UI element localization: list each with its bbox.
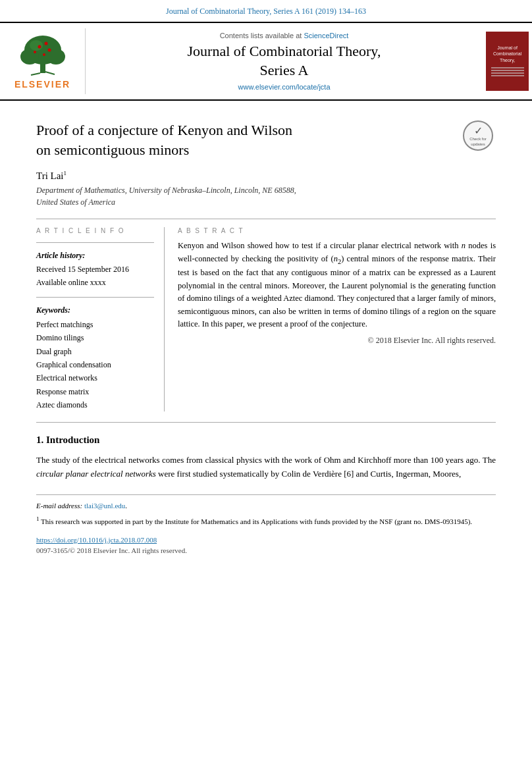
affiliation-line1: Department of Mathematics, University of… <box>36 184 496 196</box>
divider-before-intro <box>36 422 496 423</box>
svg-line-2 <box>31 73 40 75</box>
article-info-header: A R T I C L E I N F O <box>36 227 154 234</box>
keyword-perfect-matchings: Perfect matchings <box>36 318 154 331</box>
elsevier-name: ELSEVIER <box>14 79 70 90</box>
email-label: E-mail address: <box>36 502 82 510</box>
italic-term-circular: circular planar electrical networks <box>36 469 156 479</box>
footnote-area: E-mail address: tlai3@unl.edu. 1 This re… <box>36 494 496 556</box>
email-link[interactable]: tlai3@unl.edu <box>84 502 125 510</box>
cover-decorative-lines <box>491 66 524 78</box>
article-abstract-row: A R T I C L E I N F O Article history: R… <box>36 227 496 411</box>
main-content: Proof of a conjecture of Kenyon and Wils… <box>0 101 532 569</box>
copyright-line: © 2018 Elsevier Inc. All rights reserved… <box>178 336 496 346</box>
header-banner: ELSEVIER Contents lists available at Sci… <box>0 23 532 101</box>
affiliation-line2: United States of America <box>36 196 496 208</box>
svg-point-9 <box>47 48 51 51</box>
contents-line: Contents lists available at ScienceDirec… <box>220 32 349 40</box>
doi-anchor[interactable]: https://doi.org/10.1016/j.jcta.2018.07.0… <box>36 536 157 544</box>
elsevier-logo-section: ELSEVIER <box>0 28 86 94</box>
svg-point-10 <box>34 51 36 53</box>
check-updates-badge: ✓ Check forupdates <box>463 120 496 153</box>
paper-title-section: Proof of a conjecture of Kenyon and Wils… <box>36 120 496 159</box>
keyword-dual-graph: Dual graph <box>36 345 154 358</box>
intro-section: 1. Introduction The study of the electri… <box>36 435 496 481</box>
svg-rect-0 <box>40 63 45 73</box>
svg-point-7 <box>38 45 41 48</box>
footnote-email: E-mail address: tlai3@unl.edu. <box>36 500 496 512</box>
paper-title-container: Proof of a conjecture of Kenyon and Wils… <box>36 120 453 159</box>
keywords-label: Keywords: <box>36 305 154 315</box>
svg-line-1 <box>45 72 55 74</box>
footnote-1: 1 This research was supported in part by… <box>36 515 496 527</box>
author-name: Tri Lai1 <box>36 170 496 182</box>
svg-point-8 <box>44 41 47 45</box>
badge-label-text: Check forupdates <box>469 137 487 146</box>
check-icon: ✓ <box>474 124 483 137</box>
available-online: Available online xxxx <box>36 277 154 289</box>
sciencedirect-link[interactable]: ScienceDirect <box>304 32 348 40</box>
cover-image: Journal of Combinatorial Theory, <box>486 32 529 91</box>
paper-title: Proof of a conjecture of Kenyon and Wils… <box>36 120 453 159</box>
author-affiliation: Department of Mathematics, University of… <box>36 184 496 208</box>
doi-section: https://doi.org/10.1016/j.jcta.2018.07.0… <box>36 535 496 556</box>
keyword-aztec-diamonds: Aztec diamonds <box>36 398 154 411</box>
keyword-domino-tilings: Domino tilings <box>36 331 154 344</box>
badge-circle: ✓ Check forupdates <box>463 120 493 151</box>
journal-citation-text: Journal of Combinatorial Theory, Series … <box>166 7 366 16</box>
intro-paragraph: The study of the electrical networks com… <box>36 454 496 481</box>
elsevier-tree-icon <box>16 34 69 76</box>
journal-cover-thumbnail: Journal of Combinatorial Theory, <box>483 28 532 94</box>
keyword-electrical-networks: Electrical networks <box>36 371 154 384</box>
journal-title-banner: Journal of Combinatorial Theory, Series … <box>188 42 381 80</box>
weighted-term: weighted <box>252 294 282 303</box>
divider-keywords <box>36 297 154 298</box>
doi-link[interactable]: https://doi.org/10.1016/j.jcta.2018.07.0… <box>36 535 496 546</box>
issn-line: 0097-3165/© 2018 Elsevier Inc. All right… <box>36 545 496 556</box>
received-date: Received 15 September 2016 <box>36 263 154 276</box>
svg-point-6 <box>30 40 43 51</box>
journal-center-info: Contents lists available at ScienceDirec… <box>86 28 483 94</box>
divider-article-info <box>36 242 154 243</box>
journal-url[interactable]: www.elsevier.com/locate/jcta <box>238 83 331 91</box>
author-superscript: 1 <box>64 170 67 176</box>
keyword-response-matrix: Response matrix <box>36 385 154 398</box>
svg-point-11 <box>43 53 45 56</box>
abstract-col: A B S T R A C T Kenyon and Wilson showed… <box>178 227 496 411</box>
divider-after-affiliation <box>36 219 496 219</box>
keyword-graphical-condensation: Graphical condensation <box>36 358 154 371</box>
svg-point-4 <box>20 49 39 65</box>
abstract-header: A B S T R A C T <box>178 227 496 234</box>
section-title: 1. Introduction <box>36 435 496 446</box>
journal-citation: Journal of Combinatorial Theory, Series … <box>0 0 532 23</box>
article-history-label: Article history: <box>36 251 154 261</box>
article-info-col: A R T I C L E I N F O Article history: R… <box>36 227 165 411</box>
abstract-text: Kenyon and Wilson showed how to test if … <box>178 240 496 330</box>
cover-text: Journal of Combinatorial Theory, <box>493 45 521 63</box>
